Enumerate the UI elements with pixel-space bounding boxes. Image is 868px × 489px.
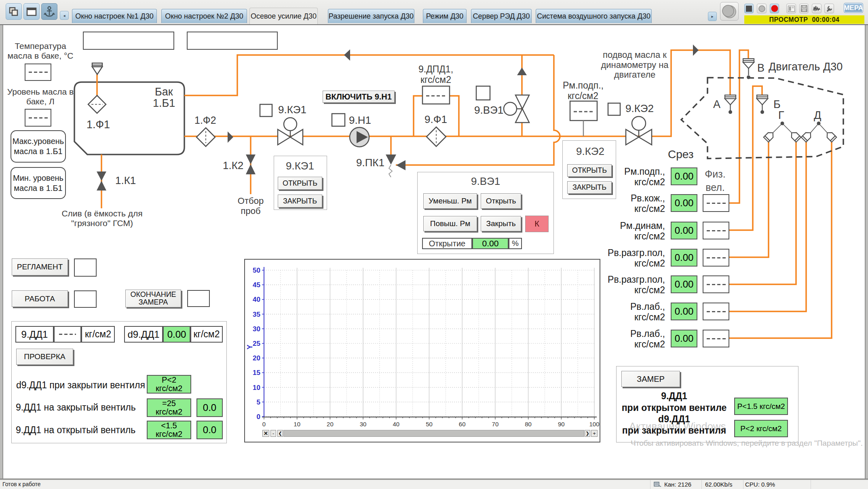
svg-text:10: 10 — [294, 421, 300, 428]
svg-text:5: 5 — [257, 398, 260, 406]
svg-text:15: 15 — [253, 369, 260, 377]
svg-text:50: 50 — [253, 267, 260, 274]
svg-text:0: 0 — [262, 421, 266, 428]
svg-text:Y: Y — [246, 345, 254, 349]
svg-text:30: 30 — [360, 421, 367, 428]
svg-text:100: 100 — [589, 421, 599, 428]
svg-text:50: 50 — [426, 421, 433, 428]
svg-text:80: 80 — [525, 421, 532, 428]
svg-text:40: 40 — [393, 421, 399, 428]
svg-text:35: 35 — [253, 311, 260, 318]
svg-text:45: 45 — [253, 281, 260, 289]
svg-text:40: 40 — [253, 296, 260, 303]
svg-text:30: 30 — [253, 325, 260, 333]
svg-text:10: 10 — [253, 384, 260, 392]
svg-text:60: 60 — [459, 421, 466, 428]
svg-text:70: 70 — [492, 421, 499, 428]
svg-text:20: 20 — [253, 354, 260, 362]
svg-text:20: 20 — [327, 421, 334, 428]
svg-text:90: 90 — [558, 421, 565, 428]
svg-text:0: 0 — [257, 413, 260, 421]
